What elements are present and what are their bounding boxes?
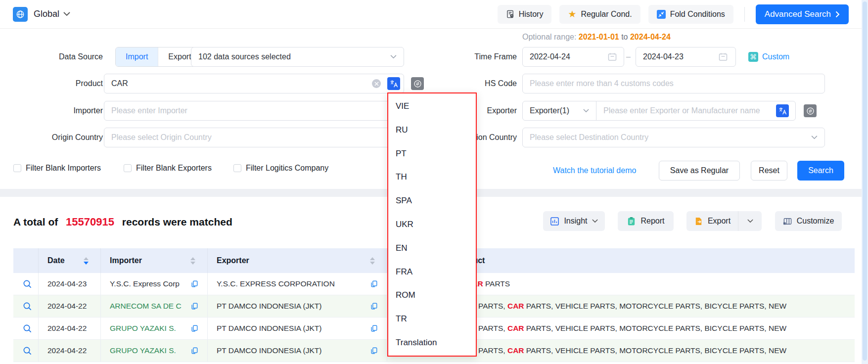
language-option[interactable]: TH [388,165,476,189]
exporter-cell: PT DAMCO INDONESIA (JKT) [208,340,387,362]
product-match: CAR [507,324,524,332]
time-frame-label: Time Frame [418,47,517,67]
filter-logitics-company-checkbox[interactable]: Filter Logitics Company [233,164,328,173]
filter-blank-importers-checkbox[interactable]: Filter Blank Importers [13,164,101,173]
time-frame-end-input[interactable] [636,47,736,67]
data-sources-select[interactable]: 102 data sources selected [191,47,404,67]
copy-icon[interactable] [190,302,198,310]
language-option[interactable]: UKR [388,213,476,236]
origin-country-label: Origin Country [4,128,103,147]
language-option[interactable]: SPA [388,189,476,213]
advanced-search-button[interactable]: Advanced Search [756,4,849,24]
arrow-right-icon [835,11,840,18]
destination-country-select[interactable]: Please select Destination Country [522,128,825,147]
copy-icon[interactable] [190,280,198,288]
top-bar: Global History ★ Regular Cond. Fold Cond… [0,0,862,29]
header-spacer [13,248,39,273]
reset-button[interactable]: Reset [751,161,787,181]
date-cell: 2024-04-22 [39,295,101,317]
records-count: 15570915 [66,216,114,228]
language-option[interactable]: Translation [388,331,476,355]
globe-logo-icon[interactable] [13,7,28,22]
product-match: CAR [507,302,524,310]
translate-icon[interactable] [387,77,400,90]
chevron-down-icon [592,219,598,223]
chevron-down-icon [583,109,589,113]
hs-code-input[interactable] [522,74,825,93]
copy-icon[interactable] [190,324,198,332]
filter-blank-exporters-checkbox[interactable]: Filter Blank Exporters [124,164,212,173]
regular-cond-button[interactable]: ★ Regular Cond. [559,5,640,24]
header-importer[interactable]: Importer [101,248,208,273]
tutorial-demo-link[interactable]: Watch the tutorial demo [553,161,636,181]
chevron-down-icon[interactable] [63,12,70,16]
fold-icon [657,10,666,19]
date-cell: 2024-04-22 [39,318,101,339]
data-source-label: Data Source [4,47,103,67]
exporter-type-select[interactable]: Exporter(1) [522,101,596,121]
importer-input[interactable] [104,101,404,121]
language-option[interactable]: ROM [388,284,476,308]
export-button[interactable]: Export [686,211,738,231]
row-search-icon[interactable] [23,302,32,311]
date-separator: – [626,47,631,67]
header-exporter[interactable]: Exporter [208,248,387,273]
chevron-down-icon [390,55,397,59]
row-search-icon[interactable] [23,346,32,356]
region-selector-label: Global [34,9,59,19]
row-search-icon[interactable] [23,279,32,289]
copy-icon[interactable] [370,280,378,288]
copy-icon[interactable] [190,347,198,355]
exporter-cell: PT DAMCO INDONESIA (JKT) [208,295,387,317]
sort-icons[interactable] [190,257,198,265]
language-option[interactable]: EN [388,236,476,260]
exporter-input[interactable] [596,101,796,121]
fold-conditions-button[interactable]: Fold Conditions [648,5,733,24]
translate-icon[interactable] [776,104,789,117]
language-option[interactable]: VIE [388,94,476,118]
date-cell: 2024-04-22 [39,340,101,362]
importer-label: Importer [4,101,103,121]
origin-country-select[interactable]: Please select Origin Country [104,128,404,147]
insight-button[interactable]: Insight [543,211,605,231]
history-icon [506,10,514,18]
language-option[interactable]: PT [388,142,476,166]
copy-icon[interactable] [370,347,378,355]
copy-icon[interactable] [370,324,378,332]
search-button[interactable]: Search [797,161,844,181]
optional-range: Optional range: 2021-01-01 to 2024-04-24 [522,33,671,42]
synonym-search-icon[interactable] [804,104,817,117]
chevron-down-icon [811,136,818,139]
exporter-cell: Y.S.C. EXPRESS CORPORATION [208,273,387,295]
header-date[interactable]: Date [39,248,101,273]
copy-icon[interactable] [370,302,378,310]
language-option[interactable]: RU [388,118,476,142]
customize-button[interactable]: Customize [775,211,842,231]
report-button[interactable]: Report [618,211,674,231]
save-as-regular-button[interactable]: Save as Regular [659,161,740,181]
sort-icons[interactable] [84,257,91,265]
language-option[interactable]: FRA [388,260,476,284]
checkbox-icon [13,164,21,172]
import-tab[interactable]: Import [116,47,158,66]
sort-icons[interactable] [370,257,378,265]
insight-icon [550,217,559,226]
importer-cell: GRUPO YAZAKI S. [101,340,208,362]
history-button[interactable]: History [498,5,552,24]
customize-icon [783,217,792,226]
language-dropdown: VIE RU PT TH SPA UKR EN FRA ROM TR Trans… [387,92,477,357]
page-scrollbar[interactable] [862,0,868,364]
export-options-button[interactable] [738,211,762,231]
clear-icon[interactable] [372,79,381,88]
product-label: Product [4,74,103,93]
language-option[interactable]: TR [388,307,476,331]
scrollbar-thumb[interactable] [863,1,867,361]
optional-range-end: 2024-04-24 [630,33,671,41]
report-icon [627,217,636,226]
time-frame-start-input[interactable] [522,47,624,67]
date-cell: 2024-04-23 [39,273,101,295]
row-search-icon[interactable] [23,324,32,333]
hs-code-label: HS Code [418,74,517,93]
product-input[interactable] [104,74,404,93]
custom-time-link[interactable]: ⌘ Custom [748,47,789,67]
